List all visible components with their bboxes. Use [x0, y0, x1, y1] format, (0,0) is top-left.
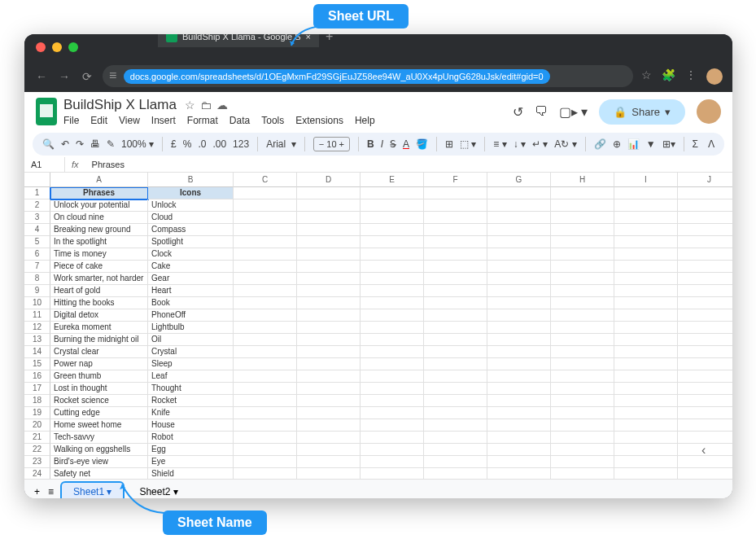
row-header[interactable]: 2: [24, 199, 50, 212]
cloud-status-icon[interactable]: ☁: [216, 99, 228, 112]
cell[interactable]: [614, 261, 678, 273]
cell[interactable]: Heart: [148, 285, 234, 297]
cell[interactable]: Home sweet home: [50, 419, 148, 432]
cell[interactable]: [424, 297, 487, 309]
cell[interactable]: [487, 199, 551, 212]
cell[interactable]: [678, 187, 732, 199]
cell[interactable]: [678, 358, 732, 370]
cell[interactable]: Hitting the books: [50, 297, 148, 309]
cell[interactable]: [424, 309, 487, 322]
cell[interactable]: [614, 456, 678, 468]
cell[interactable]: [614, 273, 678, 285]
cell[interactable]: [234, 419, 297, 432]
merge-button[interactable]: ⬚ ▾: [460, 138, 476, 150]
cell[interactable]: [614, 236, 678, 248]
site-info-icon[interactable]: ≡: [109, 68, 116, 82]
row-header[interactable]: 6: [24, 248, 50, 261]
cell[interactable]: [551, 199, 614, 212]
filter-views-button[interactable]: ⊞▾: [662, 138, 675, 150]
menu-help[interactable]: Help: [355, 115, 375, 126]
cell[interactable]: [234, 370, 297, 383]
borders-button[interactable]: ⊞: [445, 138, 453, 150]
menu-format[interactable]: Format: [187, 115, 218, 126]
cell[interactable]: [487, 444, 551, 456]
cell[interactable]: [551, 322, 614, 334]
cell[interactable]: Green thumb: [50, 370, 148, 383]
cell[interactable]: Walking on eggshells: [50, 444, 148, 456]
cell[interactable]: Knife: [148, 407, 234, 419]
undo-button[interactable]: ↶: [61, 138, 69, 150]
cell[interactable]: Unlock: [148, 199, 234, 212]
cell[interactable]: [424, 444, 487, 456]
font-select[interactable]: Arial ▾: [266, 138, 296, 150]
row-header[interactable]: 4: [24, 224, 50, 236]
cell[interactable]: [487, 346, 551, 358]
cell[interactable]: [234, 261, 297, 273]
menu-data[interactable]: Data: [229, 115, 250, 126]
extensions-icon[interactable]: 🧩: [662, 68, 675, 85]
cell[interactable]: [551, 334, 614, 346]
cell[interactable]: [361, 468, 424, 479]
cell[interactable]: Tech-savvy: [50, 432, 148, 444]
cell[interactable]: Unlock your potential: [50, 199, 148, 212]
cell[interactable]: [234, 432, 297, 444]
menu-tools[interactable]: Tools: [261, 115, 284, 126]
row-header[interactable]: 23: [24, 456, 50, 468]
cell[interactable]: Cloud: [148, 212, 234, 224]
cell[interactable]: [361, 444, 424, 456]
cell[interactable]: [361, 297, 424, 309]
cell[interactable]: [551, 187, 614, 199]
cell[interactable]: Power nap: [50, 358, 148, 370]
cell[interactable]: [234, 236, 297, 248]
cell[interactable]: [678, 248, 732, 261]
cell[interactable]: [678, 370, 732, 383]
cell[interactable]: [487, 297, 551, 309]
row-header[interactable]: 12: [24, 322, 50, 334]
cell[interactable]: Gear: [148, 273, 234, 285]
font-size-input[interactable]: − 10 +: [313, 137, 350, 151]
v-align-button[interactable]: ↓ ▾: [513, 138, 526, 150]
cell[interactable]: Burning the midnight oil: [50, 334, 148, 346]
row-header[interactable]: 16: [24, 370, 50, 383]
chart-button[interactable]: 📊: [627, 138, 640, 150]
functions-button[interactable]: Σ: [693, 138, 698, 150]
cell[interactable]: [614, 309, 678, 322]
cell[interactable]: [424, 395, 487, 407]
sheet-tab-sheet1[interactable]: Sheet1 ▾: [62, 483, 123, 498]
cell[interactable]: Crystal clear: [50, 346, 148, 358]
h-align-button[interactable]: ≡ ▾: [493, 138, 506, 150]
cell[interactable]: [297, 248, 361, 261]
paint-format-button[interactable]: ✎: [107, 138, 115, 150]
cell[interactable]: [614, 468, 678, 479]
cell[interactable]: Crystal: [148, 346, 234, 358]
bold-button[interactable]: B: [367, 138, 374, 150]
cell[interactable]: [297, 346, 361, 358]
cell[interactable]: [487, 273, 551, 285]
url-input[interactable]: ≡ docs.google.com/spreadsheets/d/1OEgMxm…: [103, 65, 633, 87]
cell[interactable]: [678, 383, 732, 395]
cell[interactable]: [551, 432, 614, 444]
menu-view[interactable]: View: [119, 115, 140, 126]
spreadsheet-grid[interactable]: ABCDEFGHIJKL1PhrasesIcons2Unlock your po…: [24, 173, 732, 479]
cell[interactable]: Robot: [148, 432, 234, 444]
bookmark-icon[interactable]: ☆: [641, 68, 652, 85]
maximize-window-button[interactable]: [68, 42, 78, 52]
cell[interactable]: Lightbulb: [148, 322, 234, 334]
cell[interactable]: [424, 322, 487, 334]
italic-button[interactable]: I: [381, 138, 383, 150]
cell[interactable]: [487, 236, 551, 248]
percent-button[interactable]: %: [183, 138, 192, 150]
cell[interactable]: [424, 432, 487, 444]
cell[interactable]: [551, 358, 614, 370]
cell[interactable]: [551, 456, 614, 468]
cell[interactable]: [614, 407, 678, 419]
cell[interactable]: [297, 456, 361, 468]
cell[interactable]: Piece of cake: [50, 261, 148, 273]
column-header[interactable]: A: [50, 173, 148, 187]
cell[interactable]: [424, 346, 487, 358]
cell[interactable]: [614, 334, 678, 346]
browser-menu-icon[interactable]: ⋮: [685, 68, 697, 85]
cell[interactable]: On cloud nine: [50, 212, 148, 224]
cell[interactable]: [424, 273, 487, 285]
cell[interactable]: [234, 358, 297, 370]
